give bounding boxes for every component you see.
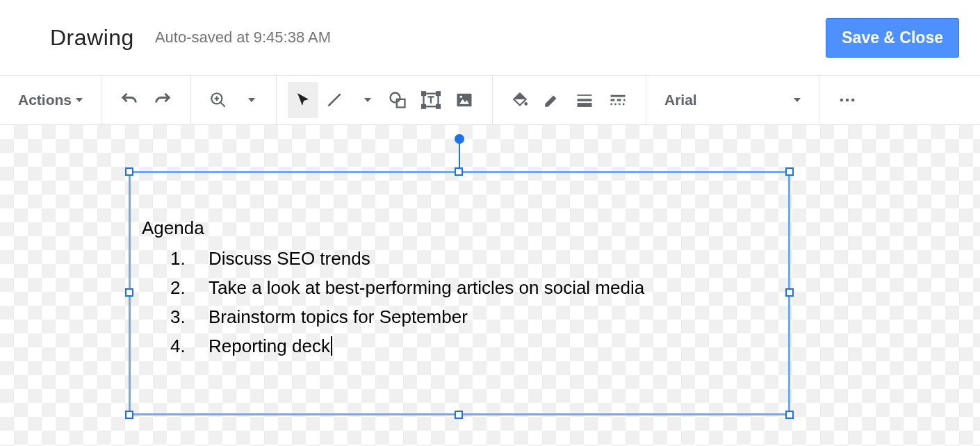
- line-dropdown[interactable]: [350, 82, 381, 118]
- textbox-icon: [421, 90, 441, 110]
- svg-point-22: [840, 99, 844, 102]
- caret-down-icon: [248, 98, 255, 102]
- caret-down-icon: [76, 98, 83, 102]
- zoom-button[interactable]: [202, 82, 234, 118]
- list-item-text: Take a look at best-performing articles …: [209, 277, 644, 298]
- image-tool[interactable]: [448, 82, 481, 118]
- textbox-tool[interactable]: [414, 82, 448, 118]
- redo-button[interactable]: [146, 82, 179, 118]
- selected-textbox[interactable]: Agenda Discuss SEO trends Take a look at…: [129, 171, 790, 415]
- agenda-heading: Agenda: [142, 213, 777, 242]
- redo-icon: [153, 90, 172, 110]
- dialog-header: Drawing Auto-saved at 9:45:38 AM Save & …: [0, 0, 980, 75]
- dialog-title: Drawing: [50, 25, 134, 51]
- undo-button[interactable]: [113, 82, 146, 118]
- svg-rect-6: [397, 99, 405, 108]
- svg-point-15: [524, 102, 528, 106]
- select-tool[interactable]: [288, 82, 318, 118]
- shape-icon: [388, 90, 407, 110]
- list-item: Discuss SEO trends: [190, 244, 777, 273]
- svg-point-5: [391, 93, 400, 103]
- svg-rect-10: [422, 105, 425, 108]
- list-item-text: Discuss SEO trends: [209, 248, 370, 269]
- drawing-canvas[interactable]: Agenda Discuss SEO trends Take a look at…: [0, 125, 980, 446]
- save-and-close-button[interactable]: Save & Close: [826, 18, 959, 58]
- zoom-dropdown[interactable]: [234, 82, 265, 118]
- fill-color-button[interactable]: [504, 82, 536, 118]
- zoom-icon: [209, 91, 227, 109]
- resize-handle-top-right[interactable]: [785, 167, 794, 176]
- resize-handle-top-middle[interactable]: [455, 167, 463, 176]
- textbox-content[interactable]: Agenda Discuss SEO trends Take a look at…: [142, 213, 777, 361]
- more-button[interactable]: [831, 82, 864, 118]
- caret-down-icon: [794, 98, 801, 102]
- autosave-status: Auto-saved at 9:45:38 AM: [155, 28, 331, 47]
- svg-line-4: [328, 94, 340, 106]
- border-color-icon: [543, 91, 561, 109]
- svg-point-14: [460, 96, 463, 99]
- list-item: Brainstorm topics for September: [190, 302, 777, 331]
- select-icon: [295, 92, 311, 108]
- resize-handle-middle-left[interactable]: [125, 288, 133, 297]
- image-icon: [455, 90, 474, 110]
- line-tool[interactable]: [318, 82, 350, 118]
- resize-handle-top-left[interactable]: [125, 167, 133, 176]
- border-weight-button[interactable]: [568, 82, 601, 118]
- list-item-text: Brainstorm topics for September: [209, 306, 468, 327]
- line-icon: [325, 91, 343, 109]
- resize-handle-middle-right[interactable]: [785, 288, 794, 297]
- resize-handle-bottom-right[interactable]: [785, 411, 794, 419]
- border-color-button[interactable]: [536, 82, 568, 118]
- rotation-handle[interactable]: [455, 134, 464, 144]
- svg-line-1: [220, 102, 225, 107]
- list-item-text: Reporting deck: [209, 336, 330, 356]
- svg-rect-8: [422, 92, 425, 95]
- svg-rect-11: [436, 105, 440, 108]
- fill-color-icon: [511, 91, 529, 109]
- actions-menu[interactable]: Actions: [11, 82, 90, 118]
- svg-point-24: [851, 99, 855, 102]
- svg-rect-12: [457, 94, 472, 107]
- border-weight-icon: [575, 90, 594, 110]
- border-dash-icon: [608, 90, 628, 110]
- undo-icon: [120, 90, 139, 110]
- resize-handle-bottom-left[interactable]: [125, 411, 133, 419]
- toolbar: Actions: [0, 75, 980, 125]
- list-item: Reporting deck: [190, 331, 777, 361]
- more-icon: [838, 90, 857, 110]
- svg-rect-9: [436, 92, 440, 95]
- resize-handle-bottom-middle[interactable]: [455, 411, 463, 419]
- border-dash-button[interactable]: [601, 82, 635, 118]
- agenda-list: Discuss SEO trends Take a look at best-p…: [142, 244, 777, 361]
- actions-label: Actions: [18, 92, 72, 108]
- font-name-label: Arial: [664, 92, 748, 108]
- caret-down-icon: [364, 98, 371, 102]
- shape-tool[interactable]: [381, 82, 414, 118]
- list-item: Take a look at best-performing articles …: [190, 273, 777, 302]
- rotation-line: [459, 140, 460, 167]
- text-cursor: [331, 336, 332, 356]
- svg-point-23: [846, 99, 849, 102]
- font-selector[interactable]: Arial: [658, 82, 808, 118]
